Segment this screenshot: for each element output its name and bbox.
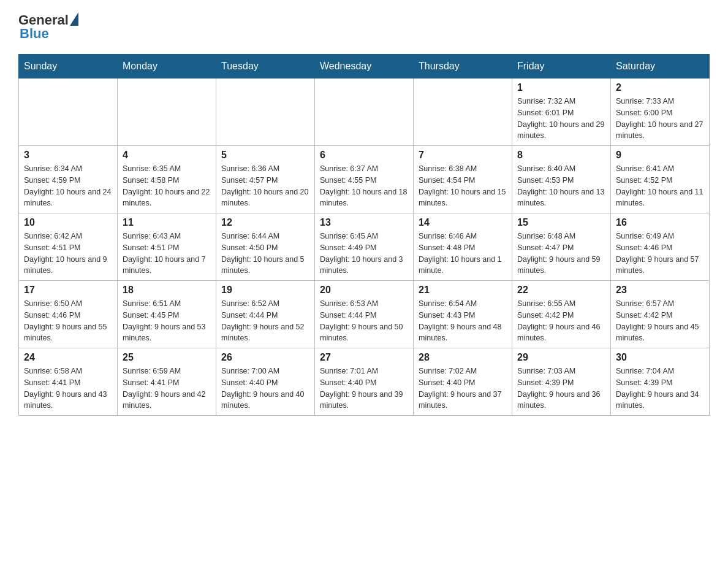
weekday-header-friday: Friday bbox=[512, 55, 611, 79]
day-info: Sunrise: 6:43 AMSunset: 4:51 PMDaylight:… bbox=[123, 231, 211, 277]
day-info: Sunrise: 7:03 AMSunset: 4:39 PMDaylight:… bbox=[517, 366, 605, 412]
day-info: Sunrise: 7:00 AMSunset: 4:40 PMDaylight:… bbox=[221, 366, 309, 412]
calendar-cell: 11Sunrise: 6:43 AMSunset: 4:51 PMDayligh… bbox=[118, 213, 216, 281]
day-info: Sunrise: 7:04 AMSunset: 4:39 PMDaylight:… bbox=[616, 366, 704, 412]
day-number: 26 bbox=[221, 352, 309, 363]
day-info: Sunrise: 6:37 AMSunset: 4:55 PMDaylight:… bbox=[320, 163, 408, 209]
day-info: Sunrise: 6:34 AMSunset: 4:59 PMDaylight:… bbox=[24, 163, 112, 209]
day-number: 23 bbox=[616, 285, 704, 296]
calendar-cell bbox=[315, 79, 414, 146]
day-info: Sunrise: 6:45 AMSunset: 4:49 PMDaylight:… bbox=[320, 231, 408, 277]
day-info: Sunrise: 6:35 AMSunset: 4:58 PMDaylight:… bbox=[123, 163, 211, 209]
day-number: 9 bbox=[616, 150, 704, 161]
calendar-cell: 26Sunrise: 7:00 AMSunset: 4:40 PMDayligh… bbox=[216, 348, 315, 416]
calendar-cell: 16Sunrise: 6:49 AMSunset: 4:46 PMDayligh… bbox=[611, 213, 710, 281]
calendar-cell bbox=[414, 79, 512, 146]
day-number: 20 bbox=[320, 285, 408, 296]
day-info: Sunrise: 6:44 AMSunset: 4:50 PMDaylight:… bbox=[221, 231, 309, 277]
day-info: Sunrise: 6:49 AMSunset: 4:46 PMDaylight:… bbox=[616, 231, 704, 277]
day-info: Sunrise: 6:50 AMSunset: 4:46 PMDaylight:… bbox=[24, 298, 112, 344]
calendar-cell: 19Sunrise: 6:52 AMSunset: 4:44 PMDayligh… bbox=[216, 281, 315, 348]
day-number: 19 bbox=[221, 285, 309, 296]
day-info: Sunrise: 6:58 AMSunset: 4:41 PMDaylight:… bbox=[24, 366, 112, 412]
calendar-cell: 27Sunrise: 7:01 AMSunset: 4:40 PMDayligh… bbox=[315, 348, 414, 416]
weekday-header-wednesday: Wednesday bbox=[315, 55, 414, 79]
day-number: 16 bbox=[616, 217, 704, 228]
day-number: 30 bbox=[616, 352, 704, 363]
calendar-cell: 23Sunrise: 6:57 AMSunset: 4:42 PMDayligh… bbox=[611, 281, 710, 348]
day-number: 4 bbox=[123, 150, 211, 161]
day-number: 15 bbox=[517, 217, 605, 228]
day-number: 11 bbox=[123, 217, 211, 228]
calendar-cell: 20Sunrise: 6:53 AMSunset: 4:44 PMDayligh… bbox=[315, 281, 414, 348]
day-number: 22 bbox=[517, 285, 605, 296]
day-info: Sunrise: 6:48 AMSunset: 4:47 PMDaylight:… bbox=[517, 231, 605, 277]
calendar-row-2: 10Sunrise: 6:42 AMSunset: 4:51 PMDayligh… bbox=[19, 213, 710, 281]
calendar-cell: 6Sunrise: 6:37 AMSunset: 4:55 PMDaylight… bbox=[315, 146, 414, 213]
day-info: Sunrise: 6:53 AMSunset: 4:44 PMDaylight:… bbox=[320, 298, 408, 344]
day-info: Sunrise: 7:33 AMSunset: 6:00 PMDaylight:… bbox=[616, 96, 704, 142]
day-number: 2 bbox=[616, 82, 704, 93]
day-info: Sunrise: 6:52 AMSunset: 4:44 PMDaylight:… bbox=[221, 298, 309, 344]
calendar-cell: 30Sunrise: 7:04 AMSunset: 4:39 PMDayligh… bbox=[611, 348, 710, 416]
day-info: Sunrise: 6:36 AMSunset: 4:57 PMDaylight:… bbox=[221, 163, 309, 209]
day-number: 3 bbox=[24, 150, 112, 161]
calendar-row-4: 24Sunrise: 6:58 AMSunset: 4:41 PMDayligh… bbox=[19, 348, 710, 416]
calendar-cell: 22Sunrise: 6:55 AMSunset: 4:42 PMDayligh… bbox=[512, 281, 611, 348]
day-number: 29 bbox=[517, 352, 605, 363]
calendar-cell: 12Sunrise: 6:44 AMSunset: 4:50 PMDayligh… bbox=[216, 213, 315, 281]
logo-triangle-icon bbox=[70, 12, 78, 26]
day-info: Sunrise: 6:55 AMSunset: 4:42 PMDaylight:… bbox=[517, 298, 605, 344]
calendar-cell: 1Sunrise: 7:32 AMSunset: 6:01 PMDaylight… bbox=[512, 79, 611, 146]
calendar-cell: 9Sunrise: 6:41 AMSunset: 4:52 PMDaylight… bbox=[611, 146, 710, 213]
calendar-cell: 15Sunrise: 6:48 AMSunset: 4:47 PMDayligh… bbox=[512, 213, 611, 281]
day-info: Sunrise: 6:54 AMSunset: 4:43 PMDaylight:… bbox=[419, 298, 507, 344]
day-number: 18 bbox=[123, 285, 211, 296]
calendar-row-1: 3Sunrise: 6:34 AMSunset: 4:59 PMDaylight… bbox=[19, 146, 710, 213]
calendar-cell bbox=[19, 79, 118, 146]
calendar-cell: 14Sunrise: 6:46 AMSunset: 4:48 PMDayligh… bbox=[414, 213, 512, 281]
calendar-cell: 25Sunrise: 6:59 AMSunset: 4:41 PMDayligh… bbox=[118, 348, 216, 416]
weekday-header-tuesday: Tuesday bbox=[216, 55, 315, 79]
logo: General Blue bbox=[18, 12, 78, 42]
day-number: 6 bbox=[320, 150, 408, 161]
day-info: Sunrise: 6:41 AMSunset: 4:52 PMDaylight:… bbox=[616, 163, 704, 209]
calendar-cell: 17Sunrise: 6:50 AMSunset: 4:46 PMDayligh… bbox=[19, 281, 118, 348]
calendar-cell: 28Sunrise: 7:02 AMSunset: 4:40 PMDayligh… bbox=[414, 348, 512, 416]
day-info: Sunrise: 6:42 AMSunset: 4:51 PMDaylight:… bbox=[24, 231, 112, 277]
day-number: 5 bbox=[221, 150, 309, 161]
calendar-cell: 4Sunrise: 6:35 AMSunset: 4:58 PMDaylight… bbox=[118, 146, 216, 213]
calendar-cell: 7Sunrise: 6:38 AMSunset: 4:54 PMDaylight… bbox=[414, 146, 512, 213]
calendar-row-0: 1Sunrise: 7:32 AMSunset: 6:01 PMDaylight… bbox=[19, 79, 710, 146]
day-number: 10 bbox=[24, 217, 112, 228]
day-number: 12 bbox=[221, 217, 309, 228]
day-info: Sunrise: 6:57 AMSunset: 4:42 PMDaylight:… bbox=[616, 298, 704, 344]
day-info: Sunrise: 6:38 AMSunset: 4:54 PMDaylight:… bbox=[419, 163, 507, 209]
calendar-cell: 29Sunrise: 7:03 AMSunset: 4:39 PMDayligh… bbox=[512, 348, 611, 416]
day-info: Sunrise: 6:59 AMSunset: 4:41 PMDaylight:… bbox=[123, 366, 211, 412]
calendar-row-3: 17Sunrise: 6:50 AMSunset: 4:46 PMDayligh… bbox=[19, 281, 710, 348]
day-info: Sunrise: 7:01 AMSunset: 4:40 PMDaylight:… bbox=[320, 366, 408, 412]
day-number: 1 bbox=[517, 82, 605, 93]
calendar-cell: 8Sunrise: 6:40 AMSunset: 4:53 PMDaylight… bbox=[512, 146, 611, 213]
logo-blue-text: Blue bbox=[20, 26, 49, 42]
day-number: 8 bbox=[517, 150, 605, 161]
calendar-cell: 2Sunrise: 7:33 AMSunset: 6:00 PMDaylight… bbox=[611, 79, 710, 146]
weekday-header-sunday: Sunday bbox=[19, 55, 118, 79]
day-info: Sunrise: 6:46 AMSunset: 4:48 PMDaylight:… bbox=[419, 231, 507, 277]
calendar-cell bbox=[118, 79, 216, 146]
weekday-header-thursday: Thursday bbox=[414, 55, 512, 79]
page-header: General Blue bbox=[18, 12, 710, 42]
calendar-table: SundayMondayTuesdayWednesdayThursdayFrid… bbox=[18, 54, 710, 416]
calendar-cell: 13Sunrise: 6:45 AMSunset: 4:49 PMDayligh… bbox=[315, 213, 414, 281]
day-info: Sunrise: 6:51 AMSunset: 4:45 PMDaylight:… bbox=[123, 298, 211, 344]
calendar-cell: 24Sunrise: 6:58 AMSunset: 4:41 PMDayligh… bbox=[19, 348, 118, 416]
weekday-header-saturday: Saturday bbox=[611, 55, 710, 79]
calendar-cell: 5Sunrise: 6:36 AMSunset: 4:57 PMDaylight… bbox=[216, 146, 315, 213]
calendar-cell: 18Sunrise: 6:51 AMSunset: 4:45 PMDayligh… bbox=[118, 281, 216, 348]
day-number: 13 bbox=[320, 217, 408, 228]
calendar-cell: 10Sunrise: 6:42 AMSunset: 4:51 PMDayligh… bbox=[19, 213, 118, 281]
day-info: Sunrise: 6:40 AMSunset: 4:53 PMDaylight:… bbox=[517, 163, 605, 209]
day-number: 28 bbox=[419, 352, 507, 363]
day-number: 7 bbox=[419, 150, 507, 161]
